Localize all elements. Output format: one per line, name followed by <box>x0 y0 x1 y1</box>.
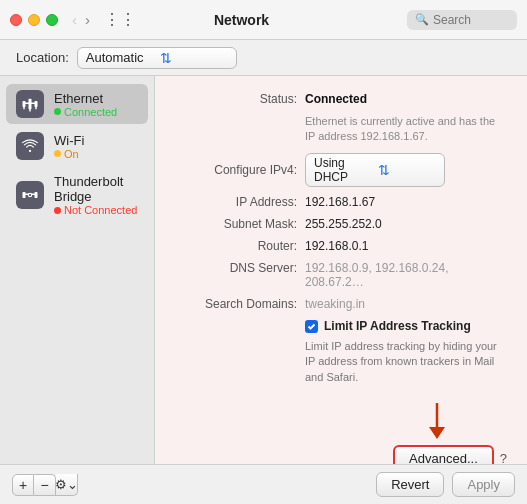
status-label: Status: <box>175 92 305 106</box>
dns-label: DNS Server: <box>175 261 305 275</box>
status-desc-row: Ethernet is currently active and has the… <box>175 114 507 145</box>
sidebar-item-thunderbolt[interactable]: Thunderbolt Bridge Not Connected <box>6 168 148 222</box>
ip-value: 192.168.1.67 <box>305 195 507 209</box>
sidebar-item-ethernet[interactable]: Ethernet Connected <box>6 84 148 124</box>
svg-point-11 <box>29 194 31 196</box>
svg-rect-4 <box>29 109 31 112</box>
configure-label: Configure IPv4: <box>175 163 305 177</box>
thunderbolt-info: Thunderbolt Bridge Not Connected <box>54 174 138 216</box>
ethernet-status-text: Connected <box>64 106 117 118</box>
back-button[interactable]: ‹ <box>70 11 79 28</box>
arrow-container <box>175 401 507 441</box>
subnet-value: 255.255.252.0 <box>305 217 507 231</box>
maximize-button[interactable] <box>46 14 58 26</box>
sidebar-item-wifi[interactable]: Wi-Fi On <box>6 126 148 166</box>
advanced-row: Advanced... ? <box>175 445 507 464</box>
ethernet-status: Connected <box>54 106 117 118</box>
svg-rect-5 <box>35 106 37 109</box>
limit-tracking-desc: Limit IP address tracking by hiding your… <box>305 339 507 385</box>
search-box[interactable]: 🔍 <box>407 10 517 30</box>
thunderbolt-status: Not Connected <box>54 204 138 216</box>
wifi-icon <box>16 132 44 160</box>
svg-marker-13 <box>429 427 445 439</box>
wifi-name: Wi-Fi <box>54 133 84 148</box>
thunderbolt-status-dot <box>54 207 61 214</box>
minimize-button[interactable] <box>28 14 40 26</box>
apply-button[interactable]: Apply <box>452 472 515 497</box>
ethernet-info: Ethernet Connected <box>54 91 117 118</box>
gear-button[interactable]: ⚙⌄ <box>56 474 78 496</box>
configure-row: Configure IPv4: Using DHCP ⇅ <box>175 153 507 187</box>
search-icon: 🔍 <box>415 13 429 26</box>
wifi-info: Wi-Fi On <box>54 133 84 160</box>
main-content: Ethernet Connected Wi-Fi <box>0 76 527 464</box>
router-value: 192.168.0.1 <box>305 239 507 253</box>
sidebar-controls: + − ⚙⌄ <box>12 474 78 496</box>
dns-row: DNS Server: 192.168.0.9, 192.168.0.24, 2… <box>175 261 507 289</box>
limit-tracking-row: Limit IP Address Tracking <box>305 319 507 333</box>
wifi-status: On <box>54 148 84 160</box>
detail-panel: Status: Connected Ethernet is currently … <box>155 76 527 464</box>
configure-dropdown-arrow: ⇅ <box>378 162 436 178</box>
search-domains-label: Search Domains: <box>175 297 305 311</box>
ethernet-status-dot <box>54 108 61 115</box>
traffic-lights <box>10 14 58 26</box>
ethernet-name: Ethernet <box>54 91 117 106</box>
status-desc: Ethernet is currently active and has the… <box>305 114 507 145</box>
location-label: Location: <box>16 50 69 65</box>
sidebar: Ethernet Connected Wi-Fi <box>0 76 155 464</box>
router-row: Router: 192.168.0.1 <box>175 239 507 253</box>
revert-button[interactable]: Revert <box>376 472 444 497</box>
ethernet-icon <box>16 90 44 118</box>
search-input[interactable] <box>433 13 513 27</box>
location-dropdown-arrow: ⇅ <box>160 50 228 66</box>
location-bar: Location: Automatic ⇅ <box>0 40 527 76</box>
titlebar: ‹ › ⋮⋮ Network 🔍 <box>0 0 527 40</box>
location-dropdown[interactable]: Automatic ⇅ <box>77 47 237 69</box>
thunderbolt-status-text: Not Connected <box>64 204 137 216</box>
ip-row: IP Address: 192.168.1.67 <box>175 195 507 209</box>
question-mark[interactable]: ? <box>500 451 507 464</box>
close-button[interactable] <box>10 14 22 26</box>
svg-rect-3 <box>23 106 25 109</box>
limit-tracking-label: Limit IP Address Tracking <box>324 319 471 333</box>
configure-dropdown[interactable]: Using DHCP ⇅ <box>305 153 445 187</box>
remove-network-button[interactable]: − <box>34 474 56 496</box>
window-title: Network <box>84 12 399 28</box>
thunderbolt-name: Thunderbolt Bridge <box>54 174 138 204</box>
add-network-button[interactable]: + <box>12 474 34 496</box>
thunderbolt-icon <box>16 181 44 209</box>
advanced-button[interactable]: Advanced... <box>393 445 494 464</box>
search-domains-row: Search Domains: tweaking.in <box>175 297 507 311</box>
subnet-row: Subnet Mask: 255.255.252.0 <box>175 217 507 231</box>
status-row: Status: Connected <box>175 92 507 106</box>
ip-label: IP Address: <box>175 195 305 209</box>
status-value: Connected <box>305 92 507 106</box>
bottom-actions: Revert Apply <box>376 472 515 497</box>
search-domains-value: tweaking.in <box>305 297 507 311</box>
bottom-bar: + − ⚙⌄ Revert Apply <box>0 464 527 504</box>
dns-value: 192.168.0.9, 192.168.0.24, 208.67.2… <box>305 261 507 289</box>
configure-value: Using DHCP <box>314 156 372 184</box>
location-value: Automatic <box>86 50 154 65</box>
wifi-status-text: On <box>64 148 79 160</box>
arrow-annotation <box>425 401 449 441</box>
subnet-label: Subnet Mask: <box>175 217 305 231</box>
router-label: Router: <box>175 239 305 253</box>
svg-rect-6 <box>24 103 36 105</box>
wifi-status-dot <box>54 150 61 157</box>
limit-tracking-checkbox[interactable] <box>305 320 318 333</box>
